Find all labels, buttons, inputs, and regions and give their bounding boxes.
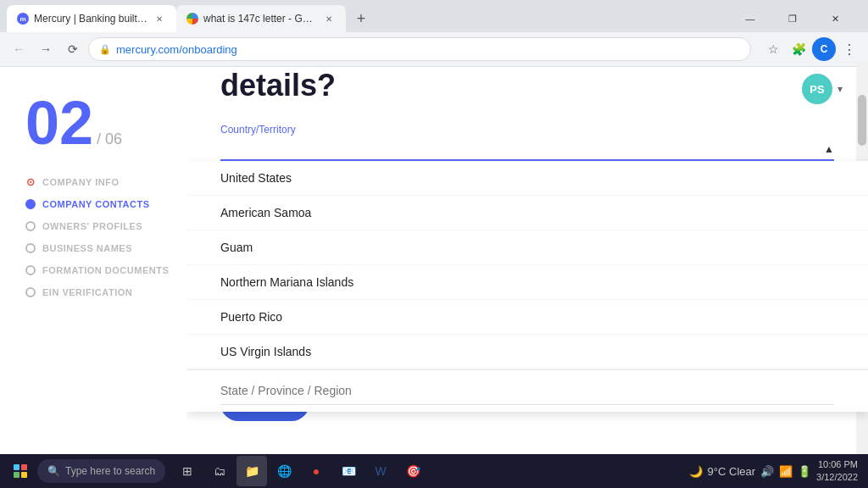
owners-profiles-dot [25, 221, 36, 231]
close-button[interactable]: ✕ [815, 5, 854, 32]
taskbar-edge-button[interactable]: 🌐 [269, 456, 299, 486]
step-current: 02 [25, 92, 93, 153]
company-info-icon: ⊙ [25, 177, 36, 187]
country-input[interactable] [220, 139, 824, 159]
forward-button[interactable]: → [34, 37, 58, 61]
step-nav: ⊙ COMPANY INFO COMPANY CONTACTS OWNERS' … [25, 177, 170, 297]
option-us-virgin-islands[interactable]: US Virgin Islands [186, 335, 868, 369]
option-guam[interactable]: Guam [186, 230, 868, 265]
tab-bar: m Mercury | Banking built for start... ✕… [0, 0, 868, 32]
sidebar-item-formation-documents[interactable]: FORMATION DOCUMENTS [25, 265, 170, 275]
step-number: 02 / 06 [25, 92, 170, 153]
option-northern-mariana[interactable]: Northern Mariana Islands [186, 265, 868, 300]
taskbar: 🔍 Type here to search ⊞ 🗂 📁 🌐 ● 📧 W 🎯 🌙 … [0, 454, 868, 488]
sidebar-label-formation-documents: FORMATION DOCUMENTS [42, 265, 169, 275]
country-label: Country/Territory [220, 124, 834, 136]
page-content: 02 / 06 ⊙ COMPANY INFO COMPANY CONTACTS … [0, 67, 868, 488]
sidebar-item-business-names[interactable]: BUSINESS NAMES [25, 243, 170, 253]
taskbar-chrome-button[interactable]: ● [301, 456, 331, 486]
tab-google-title: what is 147c letter - Google Sea... [203, 13, 317, 25]
company-contacts-dot [25, 199, 36, 209]
address-text: mercury.com/onboarding [116, 43, 740, 56]
sidebar: 02 / 06 ⊙ COMPANY INFO COMPANY CONTACTS … [0, 67, 186, 488]
scrollbar-thumb[interactable] [858, 95, 866, 146]
dropdown-input-row: ▲ [220, 139, 834, 161]
mercury-favicon-icon: m [17, 13, 29, 25]
volume-icon[interactable]: 🔊 [760, 465, 774, 478]
wifi-icon[interactable]: 📶 [779, 465, 793, 478]
sidebar-item-owners-profiles[interactable]: OWNERS' PROFILES [25, 221, 170, 231]
page-title: details? [220, 67, 834, 103]
reload-button[interactable]: ⟳ [61, 37, 85, 61]
sidebar-item-company-info[interactable]: ⊙ COMPANY INFO [25, 177, 170, 187]
taskbar-office-button[interactable]: 📧 [333, 456, 364, 486]
ein-verification-dot [25, 287, 36, 297]
avatar-section: PS ▾ [802, 74, 843, 104]
logo-cell-3 [14, 472, 19, 478]
tab-mercury[interactable]: m Mercury | Banking built for start... ✕ [7, 5, 176, 32]
browser-profile[interactable]: C [812, 37, 836, 61]
address-bar: ← → ⟳ 🔒 mercury.com/onboarding ☆ 🧩 C ⋮ [0, 32, 868, 66]
option-puerto-rico[interactable]: Puerto Rico [186, 300, 868, 335]
form-section: Country/Territory ▲ United States Americ… [220, 124, 834, 421]
option-american-samoa[interactable]: American Samoa [186, 196, 868, 230]
state-input[interactable] [220, 377, 834, 405]
lock-icon: 🔒 [99, 44, 111, 55]
sidebar-label-business-names: BUSINESS NAMES [42, 243, 132, 253]
logo-cell-4 [21, 472, 27, 478]
browser-chrome: m Mercury | Banking built for start... ✕… [0, 0, 868, 67]
step-total: / 06 [97, 131, 122, 147]
back-button[interactable]: ← [7, 37, 31, 61]
avatar-chevron-icon[interactable]: ▾ [837, 83, 843, 95]
taskbar-word-button[interactable]: W [365, 456, 396, 486]
avatar[interactable]: PS [802, 74, 832, 104]
bookmark-icon[interactable]: ☆ [761, 37, 785, 61]
logo-cell-1 [14, 464, 19, 470]
tab-google[interactable]: what is 147c letter - Google Sea... ✕ [176, 5, 346, 32]
taskbar-chrome2-button[interactable]: 🎯 [398, 456, 428, 486]
extensions-icon[interactable]: 🧩 [787, 37, 810, 61]
browser-menu-button[interactable]: ⋮ [837, 37, 861, 61]
dropdown-arrow-icon[interactable]: ▲ [824, 143, 834, 155]
battery-icon[interactable]: 🔋 [798, 465, 811, 478]
taskbar-search[interactable]: 🔍 Type here to search [37, 459, 165, 483]
sidebar-label-owners-profiles: OWNERS' PROFILES [42, 221, 142, 231]
main-content: PS ▾ details? Country/Territory ▲ United… [186, 67, 868, 488]
system-time[interactable]: 10:06 PM 3/12/2022 [816, 458, 858, 485]
time-display: 10:06 PM [818, 458, 858, 471]
window-controls: — ❐ ✕ [731, 5, 861, 32]
taskbar-search-text: Type here to search [65, 465, 155, 477]
sidebar-item-ein-verification[interactable]: EIN VERIFICATION [25, 287, 170, 297]
taskbar-explorer-button[interactable]: 📁 [236, 456, 267, 486]
restore-button[interactable]: ❐ [773, 5, 812, 32]
network-icon[interactable]: 🌙 [689, 465, 703, 478]
country-dropdown[interactable]: ▲ United States American Samoa Guam Nort… [220, 139, 834, 161]
sidebar-label-company-info: COMPANY INFO [42, 177, 120, 187]
sidebar-label-company-contacts: COMPANY CONTACTS [42, 199, 150, 209]
tab-mercury-close[interactable]: ✕ [153, 12, 166, 25]
system-tray: 🌙 9°C Clear 🔊 📶 🔋 10:06 PM 3/12/2022 [689, 458, 861, 485]
google-favicon-icon [186, 13, 198, 25]
option-united-states[interactable]: United States [186, 161, 868, 196]
sidebar-item-company-contacts[interactable]: COMPANY CONTACTS [25, 199, 170, 209]
logo-cell-2 [21, 464, 27, 470]
address-field[interactable]: 🔒 mercury.com/onboarding [88, 37, 751, 61]
taskbar-icons: ⊞ 🗂 📁 🌐 ● 📧 W 🎯 [172, 456, 428, 486]
start-button[interactable] [7, 458, 34, 485]
address-actions: ☆ 🧩 C ⋮ [761, 37, 861, 61]
tab-mercury-title: Mercury | Banking built for start... [34, 13, 147, 25]
weather-text: 9°C Clear [708, 465, 756, 478]
tab-google-close[interactable]: ✕ [322, 12, 336, 25]
taskbar-search-icon: 🔍 [47, 465, 60, 477]
minimize-button[interactable]: — [731, 5, 770, 32]
taskbar-widgets-button[interactable]: 🗂 [204, 456, 235, 486]
windows-logo-icon [14, 464, 27, 478]
business-names-dot [25, 243, 36, 253]
country-dropdown-list: United States American Samoa Guam Northe… [186, 161, 868, 412]
task-view-button[interactable]: ⊞ [172, 456, 203, 486]
state-field-row [186, 369, 868, 412]
date-display: 3/12/2022 [816, 471, 858, 484]
new-tab-button[interactable]: + [349, 7, 373, 30]
sidebar-label-ein-verification: EIN VERIFICATION [42, 287, 132, 297]
formation-documents-dot [25, 265, 36, 275]
